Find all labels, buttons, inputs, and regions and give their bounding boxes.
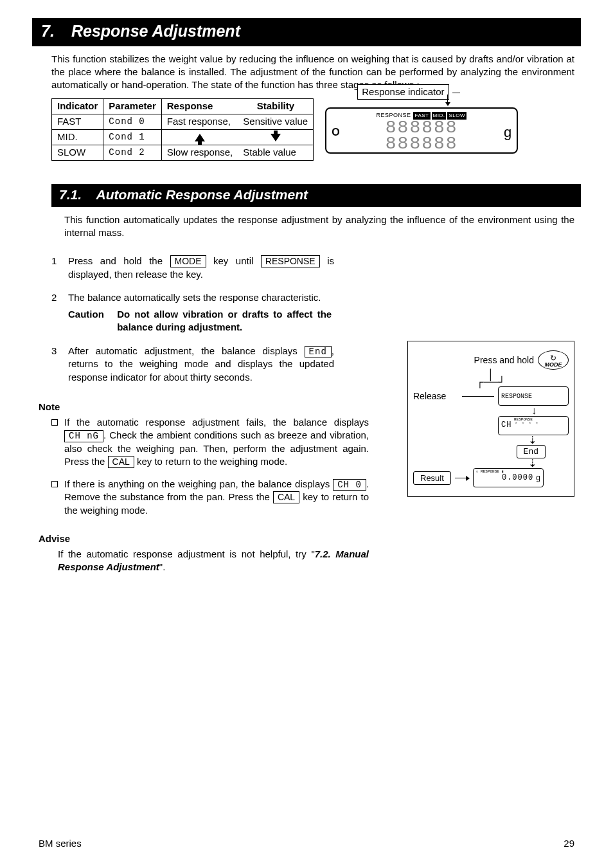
cell-fast-param: Cond 0 [103, 114, 161, 129]
cell-mid: MID. [52, 129, 103, 145]
step-number-2: 2 [51, 291, 60, 334]
step-1-body: Press and hold the MODE key until RESPON… [68, 255, 334, 281]
advise-heading: Advise [39, 532, 574, 545]
advise-text: If the automatic response adjustment is … [39, 548, 574, 574]
note-bullet-1: If the automatic response adjustment fai… [64, 416, 369, 469]
th-stability: Stability [257, 100, 294, 111]
ch-ng-display: CH nG [64, 430, 103, 442]
arrow-down-icon [271, 134, 281, 141]
note-bullet-2: If there is anything on the weighing pan… [64, 478, 369, 517]
lcd-origin-icon: O [332, 125, 339, 140]
subsection-intro: This function automatically updates the … [39, 213, 574, 240]
response-indicator-figure: Response indicator RESPONSE FASTMID.SLOW… [325, 98, 518, 154]
mini-lcd-result: ○ RESPONSE ▮ 0.0000 g [473, 468, 544, 487]
section-title: 7. Response Adjustment [32, 18, 581, 46]
cell-slow: SLOW [52, 145, 103, 160]
cal-key: CAL [273, 491, 299, 503]
mini-lcd-ch: RESPONSE CH * * * * [498, 416, 569, 435]
lcd-display: RESPONSE FASTMID.SLOW O 888888888888 g [325, 107, 518, 154]
page-footer: BM series 29 [39, 837, 574, 850]
end-display: End [305, 346, 332, 358]
arrow-down-cell [238, 129, 313, 145]
lcd-unit: g [504, 123, 511, 142]
subsection-number: 7.1. [59, 187, 82, 202]
lcd-digits: 888888888888 [333, 120, 510, 152]
arrow-up-cell [161, 129, 238, 145]
section-title-text: Response Adjustment [71, 22, 240, 40]
flow-diagram: Press and hold ↻ MODE │┌──┘ Release RESP… [407, 341, 574, 497]
flow-arrow-icon: ⇣ [413, 460, 569, 467]
step-2-body: The balance automatically sets the respo… [68, 291, 334, 334]
caution-text: Do not allow vibration or drafts to affe… [117, 308, 332, 334]
intro-paragraph: This function stabilizes the weight valu… [39, 53, 574, 92]
cell-slow-stab: Stable value [238, 145, 313, 160]
cell-mid-param: Cond 1 [103, 129, 161, 145]
step-number-1: 1 [51, 255, 60, 281]
caution-label: Caution [68, 308, 114, 321]
release-label: Release [413, 390, 458, 402]
step-3-body: After automatic adjustment, the balance … [68, 345, 334, 384]
cell-slow-param: Cond 2 [103, 145, 161, 160]
arrow-up-icon [195, 134, 205, 141]
cell-fast-stab: Sensitive value [238, 114, 313, 129]
th-indicator: Indicator [52, 98, 103, 114]
result-arrow-icon [455, 478, 469, 478]
press-hold-label: Press and hold [474, 354, 534, 366]
cell-slow-resp: Slow response, [161, 145, 238, 160]
flow-arrow-icon: ↓ [413, 407, 569, 414]
flow-arrow-icon: │┌──┘ [413, 371, 569, 385]
cell-fast-resp: Fast response, [161, 114, 238, 129]
response-word: RESPONSE [376, 112, 411, 118]
section-number: 7. [41, 21, 67, 42]
flow-arrow-icon: ⇣ [413, 437, 569, 444]
cal-key: CAL [108, 456, 134, 468]
subsection-title-text: Automatic Response Adjustment [96, 187, 308, 202]
mini-lcd-response: RESPONSE [498, 386, 569, 406]
response-indicator-label: Response indicator [357, 84, 449, 100]
step-number-3: 3 [51, 345, 60, 384]
mode-key: MODE [170, 255, 206, 267]
th-parameter: Parameter [103, 98, 161, 114]
th-response: Response [167, 100, 213, 111]
indicator-table: Indicator Parameter Response Stability F… [51, 98, 314, 161]
result-label: Result [413, 471, 451, 485]
bullet-icon [51, 419, 58, 426]
footer-left: BM series [39, 837, 82, 850]
subsection-title: 7.1. Automatic Response Adjustment [51, 184, 581, 207]
footer-page-number: 29 [564, 837, 574, 850]
bullet-icon [51, 481, 58, 487]
cell-fast: FAST [52, 114, 103, 129]
ch-0-display: CH 0 [333, 479, 366, 491]
mini-end-box: End [517, 445, 546, 459]
mode-button-icon: ↻ MODE [538, 350, 569, 370]
response-key: RESPONSE [261, 255, 320, 267]
